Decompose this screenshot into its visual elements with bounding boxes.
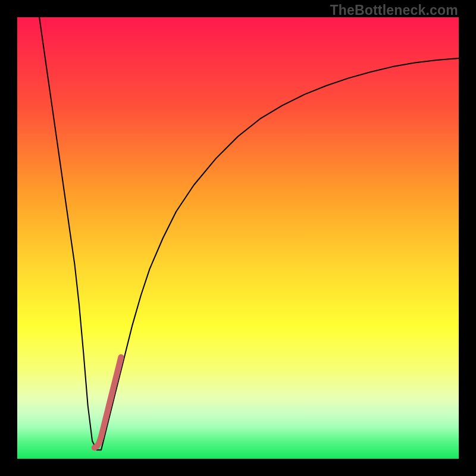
gradient-background xyxy=(17,17,459,459)
plot-area xyxy=(17,17,459,459)
chart-frame: TheBottleneck.com xyxy=(0,0,476,476)
watermark-text: TheBottleneck.com xyxy=(330,2,458,18)
chart-svg xyxy=(17,17,459,459)
